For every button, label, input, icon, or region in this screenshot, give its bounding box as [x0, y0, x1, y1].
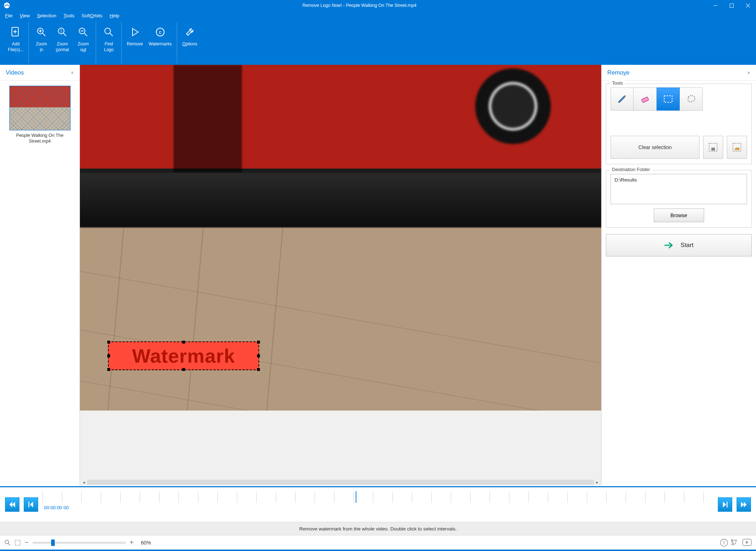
start-button[interactable]: Start [606, 234, 752, 256]
zoom-out-button[interactable]: Zoomout [73, 23, 94, 62]
video-canvas[interactable]: Watermark ◄ ► [80, 65, 601, 485]
scroll-right-icon[interactable]: ► [594, 479, 600, 485]
selection-handle[interactable] [107, 354, 110, 357]
browse-button[interactable]: Browse [654, 209, 704, 222]
load-selection-icon [732, 142, 742, 153]
svg-text:1: 1 [60, 29, 63, 33]
selection-handle[interactable] [182, 341, 185, 344]
eraser-icon [639, 93, 651, 105]
facebook-icon[interactable]: f [720, 539, 728, 547]
svg-marker-20 [132, 28, 138, 36]
selection-handle[interactable] [257, 354, 260, 357]
svg-rect-33 [727, 502, 728, 507]
find-logo-button[interactable]: FindLogo [98, 23, 119, 62]
svg-rect-38 [15, 540, 20, 545]
hint-bar: Remove watermark from the whole video. D… [0, 522, 756, 535]
menu-tools[interactable]: Tools [63, 13, 74, 18]
selection-handle[interactable] [182, 368, 185, 371]
video-thumbnail-item[interactable]: People Walking On TheStreet.mp4 [0, 81, 80, 149]
svg-line-37 [8, 543, 10, 545]
zoom-reset-icon[interactable] [4, 539, 11, 546]
remove-button[interactable]: Remove [124, 23, 146, 62]
selection-handle[interactable] [107, 341, 110, 344]
zoom-normal-button[interactable]: 1 Zoomnormal [52, 23, 73, 62]
menu-softorbits[interactable]: SoftOrbits [82, 13, 103, 18]
zoom-slider[interactable] [32, 542, 126, 544]
save-selection-icon [708, 142, 719, 153]
add-files-button[interactable]: AddFile(s)... [5, 23, 26, 62]
titlebar: Remove Logo Now! - People Walking On The… [0, 0, 756, 11]
step-forward-button[interactable] [718, 497, 732, 512]
load-selection-button[interactable] [727, 136, 747, 159]
destination-group-label: Destination Folder [610, 167, 652, 172]
svg-line-9 [42, 33, 45, 36]
destination-path-field[interactable]: D:\Results [611, 174, 747, 204]
menu-selection[interactable]: Selection [37, 13, 56, 18]
video-thumbnail-name: People Walking On TheStreet.mp4 [1, 133, 78, 144]
main-content: Videos × People Walking On TheStreet.mp4… [0, 65, 756, 485]
remove-panel-close-icon[interactable]: × [747, 70, 750, 76]
zoom-in-icon [35, 26, 48, 38]
app-icon [2, 1, 12, 10]
watermark-selection[interactable]: Watermark [108, 341, 259, 370]
options-button[interactable]: Options [179, 23, 200, 62]
svg-marker-31 [30, 502, 33, 507]
twitter-icon[interactable] [731, 539, 739, 547]
svg-rect-2 [730, 4, 734, 7]
zoom-out-icon [77, 26, 89, 38]
maximize-button[interactable] [724, 0, 740, 11]
svg-point-18 [105, 28, 111, 34]
menu-file[interactable]: File [5, 13, 13, 18]
svg-marker-42 [746, 541, 748, 544]
menu-help[interactable]: Help [110, 13, 120, 18]
tool-marker[interactable] [611, 88, 634, 111]
remove-panel: Remove × Tools Clear [601, 65, 756, 485]
svg-marker-28 [9, 502, 12, 507]
rewind-start-button[interactable] [5, 497, 19, 512]
canvas-footer: ◄ ► [80, 411, 601, 485]
forward-end-button[interactable] [737, 497, 751, 512]
svg-line-19 [110, 33, 113, 36]
timeline-ticks [42, 491, 714, 503]
svg-marker-29 [12, 502, 15, 507]
destination-group: Destination Folder D:\Results Browse [606, 170, 752, 228]
remove-panel-title: Remove [607, 69, 629, 76]
timeline-cursor[interactable] [356, 491, 356, 503]
tool-eraser[interactable] [634, 88, 657, 111]
watermarks-button[interactable]: c Watermarks [146, 23, 175, 62]
clear-selection-button[interactable]: Clear selection [611, 136, 699, 159]
svg-rect-30 [28, 502, 30, 507]
zoom-in-status-button[interactable]: + [130, 538, 134, 547]
videos-panel-close-icon[interactable]: × [71, 70, 74, 76]
timeline-track[interactable]: 00:00:00 00 [42, 491, 714, 518]
rectangle-select-icon [662, 93, 674, 105]
copyright-icon: c [154, 26, 166, 38]
youtube-icon[interactable] [742, 539, 752, 547]
play-icon [129, 26, 141, 38]
zoom-in-button[interactable]: Zoomin [31, 23, 52, 62]
window-title: Remove Logo Now! - People Walking On The… [12, 3, 707, 8]
horizontal-scrollbar[interactable]: ◄ ► [81, 479, 600, 485]
menu-view[interactable]: View [20, 13, 30, 18]
zoom-out-status-button[interactable]: − [24, 538, 29, 547]
step-back-button[interactable] [24, 497, 38, 512]
save-selection-button[interactable] [703, 136, 723, 159]
scroll-track[interactable] [87, 480, 594, 485]
selection-handle[interactable] [107, 368, 110, 371]
fit-screen-icon[interactable] [14, 539, 21, 546]
status-bar: − + 60% f [0, 535, 756, 551]
minimize-button[interactable] [707, 0, 724, 11]
close-button[interactable] [740, 0, 756, 11]
tool-freehand-select[interactable] [680, 88, 703, 111]
scroll-left-icon[interactable]: ◄ [81, 479, 87, 485]
selection-handle[interactable] [257, 341, 260, 344]
videos-panel-title: Videos [6, 69, 24, 76]
lasso-icon [685, 93, 697, 105]
add-file-icon [10, 26, 22, 38]
zoom-slider-thumb[interactable] [51, 539, 55, 546]
selection-handle[interactable] [257, 368, 260, 371]
video-thumbnail [9, 86, 71, 130]
tool-rectangle-select[interactable] [657, 88, 680, 111]
svg-rect-24 [664, 96, 672, 102]
tools-group-label: Tools [610, 80, 625, 86]
